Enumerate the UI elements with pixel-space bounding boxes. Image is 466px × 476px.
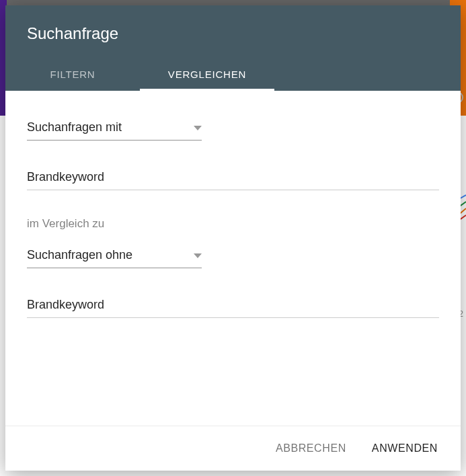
- select-query-type-2-label: Suchanfragen ohne: [27, 248, 182, 262]
- select-query-type-2[interactable]: Suchanfragen ohne: [27, 243, 202, 268]
- chevron-down-icon: [194, 249, 202, 262]
- search-query-dialog: Suchanfrage FILTERN VERGLEICHEN Suchanfr…: [5, 5, 461, 471]
- select-query-type-1[interactable]: Suchanfragen mit: [27, 115, 202, 141]
- dialog-footer: ABBRECHEN ANWENDEN: [5, 426, 461, 471]
- dialog-title: Suchanfrage: [5, 5, 461, 56]
- dialog-body: Suchanfragen mit im Vergleich zu Suchanf…: [5, 91, 461, 426]
- tab-compare[interactable]: VERGLEICHEN: [140, 56, 274, 91]
- dialog-tabs: FILTERN VERGLEICHEN: [5, 56, 461, 91]
- cancel-button[interactable]: ABBRECHEN: [274, 440, 348, 457]
- chevron-down-icon: [194, 122, 202, 134]
- query-value-input-1[interactable]: [27, 163, 439, 190]
- query-value-input-2[interactable]: [27, 291, 439, 318]
- compare-to-label: im Vergleich zu: [27, 217, 439, 231]
- tab-filter[interactable]: FILTERN: [5, 56, 140, 91]
- select-query-type-1-label: Suchanfragen mit: [27, 120, 182, 134]
- dialog-header: Suchanfrage FILTERN VERGLEICHEN: [5, 5, 461, 91]
- apply-button[interactable]: ANWENDEN: [371, 440, 439, 457]
